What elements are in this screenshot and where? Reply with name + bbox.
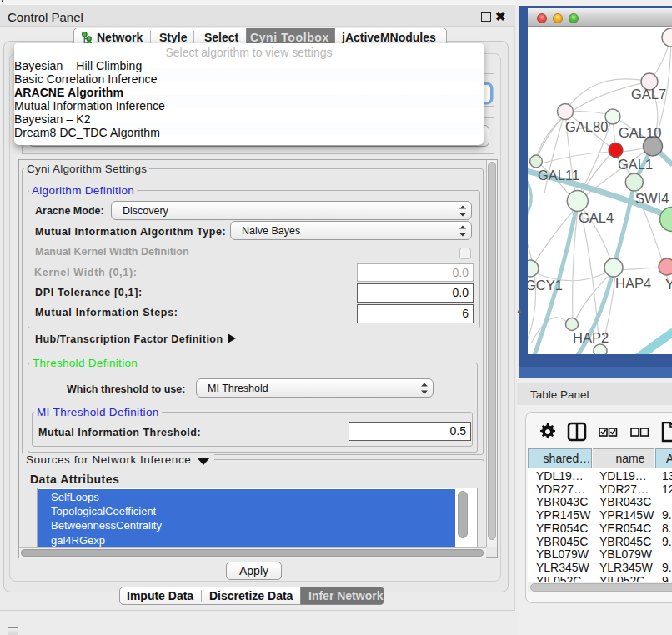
svg-text:HAP2: HAP2 [573, 330, 609, 345]
svg-text:Y: Y [665, 277, 672, 292]
svg-text:GAL4: GAL4 [579, 210, 614, 225]
svg-text:GCY1: GCY1 [528, 278, 563, 292]
svg-text:GAL1: GAL1 [618, 157, 653, 172]
svg-text:GAL11: GAL11 [538, 168, 579, 182]
svg-text:HAP4: HAP4 [615, 276, 651, 291]
svg-text:GAL80: GAL80 [565, 119, 608, 134]
svg-text:GAL10: GAL10 [619, 125, 661, 140]
svg-text:SWI4: SWI4 [635, 191, 669, 206]
svg-text:GAL7: GAL7 [631, 87, 666, 102]
